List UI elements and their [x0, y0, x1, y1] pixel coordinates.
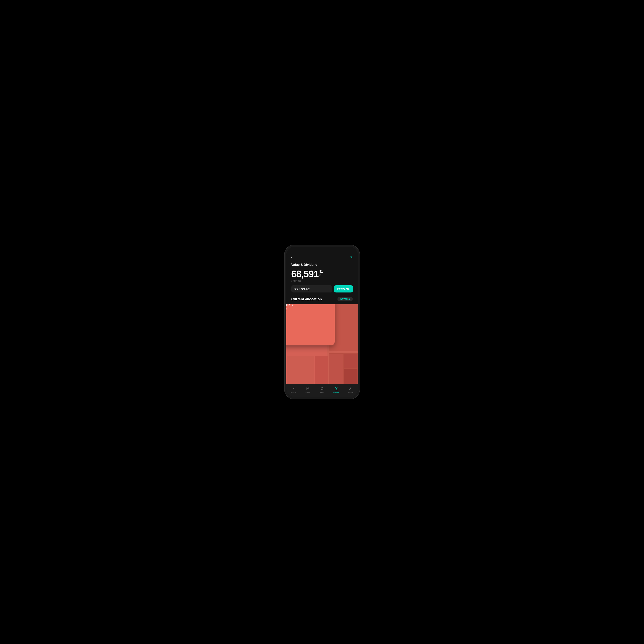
nav-item-credit[interactable]: Credit: [302, 387, 313, 394]
stocks-card: Stocks 100%: [286, 304, 335, 346]
svg-point-17: [350, 387, 351, 389]
page-title: Value & Dividend: [291, 263, 353, 267]
svg-rect-8: [287, 356, 314, 384]
svg-point-16: [336, 389, 337, 390]
details-button[interactable]: DETAILS: [337, 297, 353, 301]
nav-label-wealth: Wealth: [333, 392, 339, 394]
amount-row: 68,591 81 €: [291, 269, 353, 278]
nav-label-broker: Broker: [290, 392, 296, 394]
credit-icon: [306, 387, 310, 391]
allocation-header: Current allocation DETAILS: [291, 297, 353, 301]
payments-button[interactable]: Payments: [334, 285, 353, 292]
allocation-section: Current allocation DETAILS: [286, 297, 358, 301]
wealth-icon: [334, 387, 339, 391]
allocation-title: Current allocation: [291, 297, 322, 301]
nav-label-profile: Profile: [348, 392, 353, 394]
nav-item-wealth[interactable]: Wealth: [331, 387, 342, 394]
stocks-label: Stocks: [286, 304, 330, 307]
app-screen: ‹ ✎ Value & Dividend 68,591 81 € 33min a…: [286, 247, 358, 397]
amount-decimal: 81 €: [319, 269, 323, 277]
phone-screen: ‹ ✎ Value & Dividend 68,591 81 € 33min a…: [286, 247, 358, 397]
amount-main: 68,591: [291, 269, 319, 278]
edit-button[interactable]: ✎: [350, 255, 353, 259]
payment-arrow-icon: ›: [329, 288, 330, 290]
broker-icon: [291, 387, 296, 391]
svg-rect-9: [315, 356, 328, 384]
payment-input-text: 600 € monthly: [294, 287, 310, 290]
svg-rect-7: [344, 369, 357, 384]
stocks-percent: 100%: [286, 308, 330, 311]
amount-currency: €: [319, 273, 323, 277]
nav-item-broker[interactable]: Broker: [288, 387, 299, 394]
amount-cents: 81: [319, 270, 323, 273]
svg-rect-6: [344, 354, 357, 368]
find-icon: [320, 387, 324, 391]
title-section: Value & Dividend 68,591 81 € 33min ago: [286, 261, 358, 285]
back-button[interactable]: ‹: [291, 255, 293, 259]
phone-device: ‹ ✎ Value & Dividend 68,591 81 € 33min a…: [285, 245, 360, 399]
nav-label-credit: Credit: [305, 392, 310, 394]
profile-icon: [349, 387, 353, 391]
payment-input[interactable]: 600 € monthly ›: [291, 285, 332, 292]
header: ‹ ✎: [286, 247, 358, 261]
timestamp: 33min ago: [291, 279, 353, 282]
svg-line-15: [323, 389, 324, 390]
nav-item-profile[interactable]: Profile: [345, 387, 356, 394]
treemap-container: Stocks 100%: [286, 304, 358, 384]
nav-item-find[interactable]: Find: [317, 387, 327, 394]
svg-rect-5: [329, 354, 343, 384]
nav-label-find: Find: [320, 392, 324, 394]
payment-row: 600 € monthly › Payments: [286, 285, 358, 292]
bottom-nav: Broker Credit: [286, 384, 358, 397]
